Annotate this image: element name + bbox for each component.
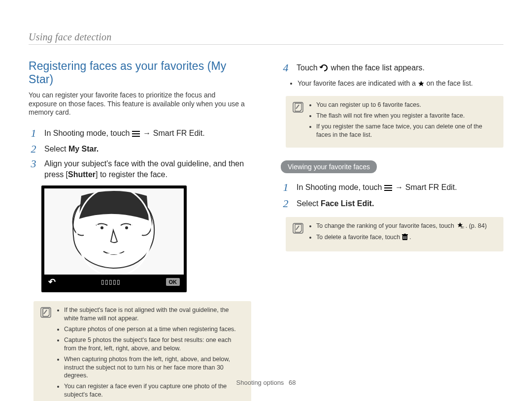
footer-page-number: 68: [289, 379, 296, 386]
step-term: Face List Edit.: [321, 199, 374, 208]
svg-rect-1: [132, 133, 140, 134]
svg-rect-8: [384, 187, 392, 188]
focus-rect: [97, 219, 132, 254]
step-number: 2: [281, 198, 291, 209]
step-3: 3 Align your subject's face with the ova…: [29, 158, 251, 180]
menu-icon: [384, 184, 393, 194]
intro-paragraph: You can register your favorite faces to …: [29, 91, 245, 117]
step-1: 1 In Shooting mode, touch → Smart FR Edi…: [29, 128, 251, 140]
note-icon: [40, 306, 51, 401]
step-number: 2: [29, 144, 38, 154]
step-number: 4: [281, 62, 291, 73]
arrow-icon: →: [143, 129, 153, 137]
svg-rect-0: [132, 131, 140, 132]
step-text: Touch: [297, 63, 320, 72]
step-text: Select: [44, 145, 68, 153]
note-item: Capture photos of one person at a time w…: [64, 325, 244, 334]
svg-text:123: 123: [460, 226, 464, 229]
pill-heading: Viewing your favorite faces: [281, 160, 377, 173]
step-term: Shutter: [68, 170, 96, 179]
note-item: If the subject's face is not aligned wit…: [64, 306, 244, 323]
back-icon: [320, 64, 329, 75]
star-rank-icon: 123: [456, 222, 464, 231]
column-right: 4 Touch when the face list appears. Your…: [281, 60, 503, 401]
svg-rect-14: [404, 234, 406, 235]
note-item: The flash will not fire when you registe…: [316, 112, 497, 120]
svg-rect-7: [384, 185, 392, 186]
step-text: ] to register the face.: [96, 170, 167, 179]
note-box: You can register up to 6 favorite faces.…: [286, 96, 503, 148]
svg-rect-2: [132, 136, 140, 137]
step-2b: 2 Select Face List Edit.: [281, 198, 503, 209]
star-icon: [418, 80, 425, 90]
step-2: 2 Select My Star.: [29, 144, 251, 154]
svg-rect-16: [404, 236, 405, 239]
illustration: ↶ ▯▯▯▯▯ OK: [41, 185, 251, 292]
trash-icon: [402, 234, 408, 243]
step-1b: 1 In Shooting mode, touch → Smart FR Edi…: [281, 182, 503, 194]
step-text: In Shooting mode, touch: [44, 129, 132, 137]
ok-button: OK: [166, 278, 180, 286]
divider: [29, 44, 503, 45]
step-term: My Star.: [68, 145, 99, 153]
step-4: 4 Touch when the face list appears.: [281, 62, 503, 75]
column-left: Registering faces as your favorites (My …: [29, 60, 251, 401]
step-text: Select: [297, 199, 321, 208]
note-item: Capture 5 photos the subject's face for …: [64, 336, 244, 353]
step-text: when the face list appears.: [331, 63, 425, 72]
sub-bullet: Your favorite faces are indicated with a…: [298, 79, 503, 90]
svg-rect-9: [384, 190, 392, 191]
note-icon: [293, 101, 303, 142]
step-number: 1: [281, 182, 291, 193]
svg-rect-17: [406, 236, 406, 239]
svg-rect-15: [403, 236, 404, 239]
page-footer: Shooting options 68: [0, 379, 532, 386]
step-number: 1: [29, 128, 38, 139]
step-text: Smart FR Edit.: [405, 183, 457, 191]
note-item: To change the ranking of your favorite f…: [316, 222, 487, 231]
menu-icon: [132, 129, 141, 140]
step-text: In Shooting mode, touch: [297, 183, 384, 191]
note-item: When capturing photos from the left, rig…: [64, 355, 244, 380]
arrow-icon: →: [395, 183, 405, 191]
note-box: To change the ranking of your favorite f…: [286, 217, 503, 252]
note-item: To delete a favorite face, touch .: [316, 233, 487, 243]
section-title: Registering faces as your favorites (My …: [29, 60, 251, 86]
back-icon: ↶: [48, 277, 56, 287]
footer-section: Shooting options: [236, 379, 284, 386]
step-text: Smart FR Edit.: [153, 129, 205, 137]
progress-indicator: ▯▯▯▯▯: [101, 278, 121, 285]
note-item: You can register up to 6 favorite faces.: [316, 101, 497, 109]
note-item: If you register the same face twice, you…: [316, 123, 497, 139]
step-number: 3: [29, 158, 38, 169]
note-icon: [293, 222, 303, 246]
breadcrumb: Using face detection: [29, 0, 503, 43]
